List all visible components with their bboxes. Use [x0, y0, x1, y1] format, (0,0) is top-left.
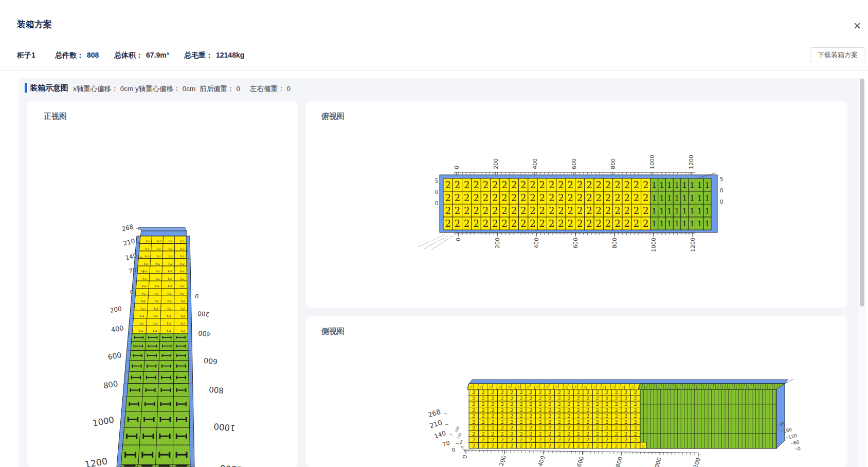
section-title: 装箱示意图: [30, 83, 68, 93]
total-volume: 总体积：67.9m³: [114, 51, 169, 60]
metric-front-back: 前后偏重：0: [200, 84, 240, 94]
top-view-title: 俯视图: [321, 112, 345, 121]
metric-x-offset: x轴重心偏移：0cm: [73, 84, 133, 94]
side-view-title: 侧视图: [321, 327, 345, 336]
front-view-title: 正视图: [44, 112, 67, 121]
front-view-card: 正视图: [27, 101, 298, 467]
header-divider: [0, 70, 868, 71]
close-icon[interactable]: ✕: [851, 20, 864, 33]
metric-left-right: 左右偏重：0: [250, 84, 291, 94]
metric-y-offset: y轴重心偏移：0cm: [135, 84, 195, 94]
section-accent-bar: [25, 83, 27, 93]
scrollbar-thumb[interactable]: [860, 79, 864, 307]
cabinet-label: 柜子1: [17, 51, 35, 60]
total-pieces: 总件数：808: [55, 51, 99, 60]
top-view-card: 俯视图: [306, 101, 847, 308]
side-view-card: 侧视图: [306, 316, 847, 467]
page-title: 装箱方案: [17, 19, 52, 30]
total-weight: 总毛重：12148kg: [184, 51, 244, 60]
packing-plan-modal: 装箱方案 ✕ 柜子1 总件数：808 总体积：67.9m³ 总毛重：12148k…: [0, 0, 868, 467]
download-plan-button[interactable]: 下载装箱方案: [810, 47, 865, 62]
